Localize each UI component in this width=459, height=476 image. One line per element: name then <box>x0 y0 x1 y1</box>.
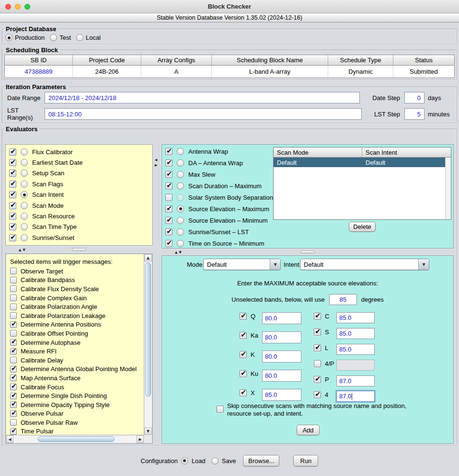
date-range-input[interactable]: 2024/12/18 - 2024/12/18 <box>45 92 360 103</box>
split-divider-horizontal[interactable]: ▲▼ <box>5 247 153 253</box>
test-radio-icon[interactable] <box>50 34 57 41</box>
list-item[interactable]: Determine Opacity Tipping Style <box>10 400 144 409</box>
checkbox[interactable] <box>314 360 321 367</box>
checkbox[interactable] <box>165 228 172 236</box>
checkbox[interactable] <box>165 182 172 190</box>
scroll-right-icon[interactable]: ▶ <box>137 435 144 443</box>
list-item[interactable]: Antenna Wrap <box>162 146 273 157</box>
divider-grip[interactable] <box>72 248 86 251</box>
split-divider-vertical[interactable]: ◀▶ <box>154 144 161 444</box>
mode-dropdown[interactable]: Default ▼ <box>203 259 281 270</box>
date-step-input[interactable]: 0 <box>404 92 425 103</box>
list-item[interactable]: Observe Target <box>10 267 144 276</box>
list-item[interactable]: Map Antenna Surface <box>10 374 144 383</box>
radio[interactable] <box>177 182 184 190</box>
band-x-input[interactable]: 85.0 <box>262 389 301 401</box>
radio[interactable] <box>177 159 184 167</box>
list-item[interactable]: Calibrate Flux Density Scale <box>10 284 144 294</box>
radio[interactable] <box>21 159 28 166</box>
checkbox[interactable] <box>165 240 172 247</box>
collapse-arrows-icon[interactable]: ▲▼ <box>175 250 183 254</box>
checkbox[interactable] <box>10 374 17 381</box>
list-item[interactable]: Setup Scan <box>6 168 152 179</box>
checkbox[interactable] <box>10 401 17 408</box>
checkbox[interactable] <box>165 171 172 178</box>
list-item[interactable]: Sunrise/Sunset – LST <box>162 226 273 238</box>
list-item[interactable]: Calibrate Delay <box>10 356 144 365</box>
lst-step-input[interactable]: 5 <box>404 108 425 120</box>
checkbox[interactable] <box>10 410 17 417</box>
vertical-scrollbar[interactable]: ▲ ▼ <box>144 254 152 435</box>
radio-test[interactable]: Test <box>50 34 71 41</box>
list-item[interactable]: Calibrate Polarization Angle <box>10 302 144 311</box>
col-scan-intent[interactable]: Scan Intent <box>362 147 451 157</box>
checkbox[interactable] <box>10 357 17 363</box>
list-item[interactable]: Calibrate Offset Pointing <box>10 329 144 338</box>
band-l-input[interactable]: 85.0 <box>336 344 375 355</box>
checkbox[interactable] <box>314 391 321 398</box>
list-item[interactable]: Measure RFI <box>10 347 144 356</box>
checkbox[interactable] <box>10 277 17 283</box>
list-item[interactable]: Time Pulsar <box>10 427 144 435</box>
checkbox[interactable] <box>9 159 16 166</box>
list-item[interactable]: Scan Resource <box>6 211 152 221</box>
checkbox[interactable] <box>10 339 17 346</box>
list-item[interactable]: Calibrate Complex Gain <box>10 294 144 303</box>
radio[interactable] <box>177 217 184 224</box>
radio[interactable] <box>177 171 184 178</box>
list-item[interactable]: Determine Antenna Positions <box>10 320 144 329</box>
radio[interactable] <box>21 223 28 230</box>
checkbox[interactable] <box>10 295 17 301</box>
scroll-down-icon[interactable]: ▼ <box>144 428 152 435</box>
list-item[interactable]: Determine Autophase <box>10 338 144 347</box>
band-k-input[interactable]: 80.0 <box>262 351 301 363</box>
list-item[interactable]: Flux Calibrator <box>6 147 152 157</box>
list-item[interactable]: Determine Single Dish Pointing <box>10 391 144 400</box>
checkbox[interactable] <box>10 330 17 337</box>
split-divider-horizontal[interactable]: ▲▼ <box>161 249 454 255</box>
checkbox[interactable] <box>240 332 247 339</box>
checkbox[interactable] <box>240 351 247 358</box>
scrollbar-thumb[interactable] <box>38 436 115 442</box>
checkbox[interactable] <box>10 366 17 373</box>
default-elevation-input[interactable]: 85 <box>329 294 357 305</box>
list-item[interactable]: Scan Flags <box>6 179 152 189</box>
list-item[interactable]: Scan Intent <box>6 190 152 200</box>
radio[interactable] <box>177 194 184 201</box>
dropdown-button[interactable]: ▼ <box>270 259 280 270</box>
table-row[interactable]: 47388889 24B-206 A L-band A-array Dynami… <box>5 66 454 78</box>
checkbox[interactable] <box>10 348 17 355</box>
list-item[interactable]: Source Elevation – Minimum <box>162 215 273 226</box>
radio[interactable] <box>21 234 28 241</box>
radio[interactable] <box>21 191 28 198</box>
production-radio-icon[interactable] <box>5 34 12 41</box>
intent-dropdown[interactable]: Default ▼ <box>300 259 429 270</box>
checkbox[interactable] <box>10 419 17 426</box>
list-item[interactable]: Earliest Start Date <box>6 157 152 168</box>
radio[interactable] <box>21 181 28 188</box>
checkbox[interactable] <box>10 304 17 310</box>
list-item[interactable]: Max Slew <box>162 169 273 180</box>
horizontal-scrollbar[interactable]: ◀ ▶ <box>6 435 144 443</box>
checkbox[interactable] <box>10 268 17 274</box>
list-item[interactable]: Determine Antenna Global Pointing Model <box>10 365 144 374</box>
load-radio-icon[interactable] <box>181 457 188 465</box>
radio-local[interactable]: Local <box>76 34 101 41</box>
checkbox[interactable] <box>10 321 17 328</box>
col-sb-id[interactable]: SB ID <box>5 55 73 65</box>
list-item[interactable]: Calibrate Bandpass <box>10 276 144 285</box>
band-s-input[interactable]: 85.0 <box>336 328 375 339</box>
checkbox[interactable] <box>314 313 321 320</box>
divider-grip[interactable] <box>300 250 315 253</box>
skip-consecutive-option[interactable]: Skip consecutive scans with matching sou… <box>217 402 406 418</box>
run-button[interactable]: Run <box>293 455 318 466</box>
band-q-input[interactable]: 80.0 <box>262 312 301 324</box>
checkbox[interactable] <box>9 213 16 220</box>
scroll-left-icon[interactable]: ◀ <box>6 435 13 443</box>
checkbox[interactable] <box>9 148 16 156</box>
list-item[interactable]: Observe Pulsar <box>10 409 144 419</box>
list-item[interactable]: Calibrate Polarization Leakage <box>10 311 144 320</box>
list-item[interactable]: Time on Source – Minimum <box>162 238 273 249</box>
minimize-window-icon[interactable] <box>15 4 21 10</box>
collapse-arrows-icon[interactable]: ◀▶ <box>155 158 157 168</box>
